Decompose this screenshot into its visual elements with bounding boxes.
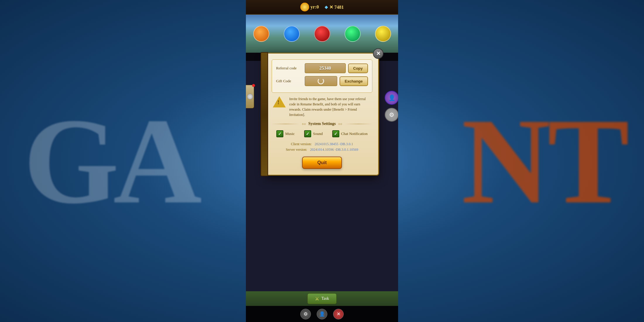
gear-icon: ⚙ (389, 111, 394, 118)
task-bar: ⚔ Task (246, 291, 398, 306)
gift-code-label: Gift Code (276, 79, 302, 83)
divider-right (345, 124, 372, 124)
scroll-btn (247, 94, 253, 100)
referral-code-row: Referral code 25340 Copy (276, 63, 368, 73)
scroll-tab-inner[interactable] (246, 85, 254, 108)
referral-code-value: 25340 (305, 63, 346, 73)
bg-text-left: GA (23, 90, 196, 232)
info-text: Invite friends to the game, have them us… (289, 96, 371, 117)
currency-2: ◆ ✕ 7481 (325, 4, 344, 10)
system-settings-header: ⟐⟐ System Settings ⟐⟐ (272, 121, 372, 126)
settings-ui-button[interactable]: ⚙ (300, 309, 311, 319)
book-dialog: ✕ Referral code 25340 Copy Gift Code Exc… (265, 53, 379, 176)
sound-checkbox[interactable]: ✓ (304, 130, 311, 137)
coin-icon (300, 3, 309, 11)
currency-1: yr:0 (300, 3, 319, 11)
task-sword-icon: ⚔ (315, 296, 319, 302)
currency-1-value: yr:0 (311, 4, 319, 10)
ornament-right: ⟐⟐ (338, 122, 342, 126)
server-version-label: Server version: (286, 148, 307, 152)
exchange-button[interactable]: Exchange (340, 76, 368, 86)
game-scene (246, 15, 398, 53)
warning-triangle (273, 96, 286, 107)
character-1 (253, 26, 269, 42)
client-version-row: Client version: 20241015.38455 -DB.3.0.1 (272, 142, 372, 146)
ornament-left: ⟐⟐ (302, 122, 306, 126)
character-5 (375, 26, 391, 42)
notification-dot (252, 84, 255, 87)
client-version-value: 20241015.38455 -DB.3.0.1 (315, 142, 353, 146)
music-label: Music (285, 131, 295, 136)
gift-code-row: Gift Code Exchange (276, 76, 368, 86)
user-ui-icon: 👤 (319, 311, 325, 317)
loading-spinner (318, 78, 324, 84)
referral-code-label: Referral code (276, 66, 302, 71)
user-icon: 👤 (388, 94, 395, 101)
close-button[interactable]: ✕ (373, 48, 383, 59)
diamond-icon: ◆ (325, 5, 328, 10)
music-checkbox[interactable]: ✓ (276, 130, 283, 137)
close-ui-icon: ✕ (337, 311, 340, 317)
task-button[interactable]: ⚔ Task (307, 293, 337, 304)
server-version-row: Server version: 20241014.10596 -DB.3.0.1… (272, 148, 372, 152)
chat-notification-checkbox[interactable]: ✓ (332, 130, 339, 137)
character-4 (345, 26, 361, 42)
referral-section: Referral code 25340 Copy Gift Code Excha… (272, 59, 372, 93)
chat-notification-checkbox-item[interactable]: ✓ Chat Notification (332, 130, 368, 137)
checkboxes-row: ✓ Music ✓ Sound ✓ Chat Notification (272, 130, 372, 137)
right-side-buttons: 👤 ⚙ (385, 91, 398, 122)
version-info: Client version: 20241015.38455 -DB.3.0.1… (272, 142, 372, 152)
music-checkbox-item[interactable]: ✓ Music (276, 130, 295, 137)
center-panel: yr:0 ◆ ✕ 7481 Congratulations to player … (246, 0, 398, 322)
warning-icon (273, 96, 286, 109)
game-top-bar: yr:0 ◆ ✕ 7481 (246, 0, 398, 15)
quit-button[interactable]: Quit (302, 157, 342, 169)
server-version-value: 20241014.10596 -DB.3.0.1.10569 (310, 148, 358, 152)
copy-button[interactable]: Copy (348, 64, 368, 73)
user-ui-button[interactable]: 👤 (317, 309, 327, 319)
chat-notification-label: Chat Notification (341, 131, 368, 136)
bg-text-right: NT (462, 90, 626, 232)
character-3 (314, 26, 330, 42)
client-version-label: Client version: (291, 142, 312, 146)
info-section: Invite friends to the game, have them us… (272, 96, 372, 117)
bottom-ui-bar: ⚙ 👤 ✕ (246, 306, 398, 322)
divider-left (272, 124, 299, 124)
gift-code-input[interactable] (305, 76, 337, 86)
close-ui-button[interactable]: ✕ (333, 309, 344, 319)
dialog-backdrop: ✕ Referral code 25340 Copy Gift Code Exc… (246, 53, 398, 293)
settings-icon: ⚙ (304, 311, 308, 317)
system-settings-title: System Settings (308, 121, 336, 126)
sound-checkbox-item[interactable]: ✓ Sound (304, 130, 323, 137)
settings-side-button[interactable]: ⚙ (385, 108, 398, 122)
quit-btn-wrapper: Quit (272, 157, 372, 169)
sound-label: Sound (313, 131, 323, 136)
left-scroll-tab[interactable] (246, 85, 254, 108)
user-side-button[interactable]: 👤 (385, 91, 398, 105)
currency-2-value: ✕ 7481 (329, 4, 344, 10)
character-2 (284, 26, 300, 42)
task-label-text: Task (321, 296, 329, 301)
